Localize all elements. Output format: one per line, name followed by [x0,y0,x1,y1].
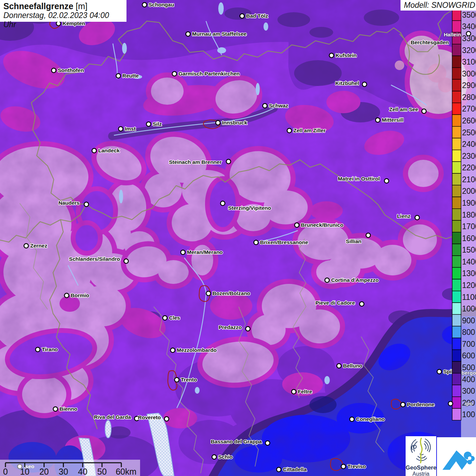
legend-label-2600: 2600 [462,116,476,125]
legend-segment-2800 [452,91,461,103]
city-label: Bienno [60,406,78,412]
city-dot [172,72,177,76]
city-dot [240,14,244,18]
city-label: Sterzing/Vipiteno [228,205,271,211]
legend-label-2500: 2500 [462,128,476,137]
legend-color-scale [452,9,461,420]
legend-segment-2600 [452,115,461,126]
legend-segment-900 [452,314,461,326]
city-label: Zell am Ziller [293,128,326,133]
legend-segment-3400 [452,21,461,33]
city-label: Rovereto [138,414,161,420]
city-reutte: Reutte [116,73,139,79]
map-title-box: Schneefallgrenze [m] Donnerstag, 02.02.2… [0,0,126,22]
scalebar-label: 50 [97,467,107,476]
legend-label-400: 400 [462,375,475,384]
city-cles: Cles [163,315,180,321]
legend-segment-1800 [452,209,461,221]
geosphere-logo-box: GeoSphere Austria [406,436,436,476]
city-bassano-del-grappa: Bassano del Grappa [211,439,270,445]
city-label: Cles [169,315,180,321]
legend-segment-2900 [452,79,461,91]
legend-segment-2700 [452,103,461,115]
legend-segment-2100 [452,173,461,185]
city-label: Schwaz [269,103,288,108]
legend-segment-800 [452,326,461,338]
legend-label-1000: 1000 [462,304,476,313]
city-label: ipo [465,401,473,406]
city-berchtesgaden: Berchtesgaden [411,39,449,45]
city-label: Bassano del Grappa [211,439,262,444]
city-label: Reutte [122,73,139,79]
city-dot [246,327,250,331]
city-dot [325,278,329,283]
city-label: Hallein [444,32,461,37]
city-dot [295,223,299,227]
legend-segment-1700 [452,220,461,232]
legend-value-labels: 3500340033003200310030002900280027002600… [462,11,476,419]
city-label: Kitzbühel [335,80,359,86]
city-dot [147,122,151,126]
map-canvas: SchongauBad TölzKemptenMurnau am Staffel… [0,0,476,476]
city-dot [52,68,56,73]
scalebar-label: 10 [20,467,30,476]
legend-label-100: 100 [462,410,475,419]
city-dot [448,402,453,406]
legend-segment-300 [452,385,461,397]
city-label: Cittadella [283,466,307,472]
mountain-logo-icon [437,437,476,476]
city-label: Pieve di Cadore [316,300,355,306]
legend-label-3100: 3100 [462,57,476,66]
city-dot [206,291,211,296]
city-dot [292,390,296,394]
city-bozen-bolzano: Bozen/Bolzano [206,290,251,296]
legend-label-1100: 1100 [462,293,476,302]
city-dot [415,216,420,220]
legend-label-300: 300 [462,387,475,395]
city-dot [362,82,367,87]
map-title: Schneefallgrenze [m] [3,1,123,11]
map-datetime: Donnerstag, 02.02.2023 04:00 Uhr [3,11,123,29]
city-label: Tirano [42,346,58,352]
city-cortina-d-ampezzo: Cortina d'Ampezzo [325,277,379,283]
legend-segment-1500 [452,244,461,256]
city-dot [165,417,169,421]
legend-label-3500: 3500 [462,11,476,19]
city-bienno: Bienno [53,406,78,412]
legend-segment-3200 [452,44,461,56]
city-dot [181,250,185,255]
legend-segment-400 [452,373,461,385]
city-label: Trento [181,377,197,382]
avalanche-logo-box [437,437,476,476]
city-label: Cortina d'Ampezzo [331,277,379,283]
city-dot [385,179,389,183]
geosphere-logo-text: GeoSphere [406,465,436,471]
city-dot [221,201,225,206]
city-steinach-am-brenner: Steinach am Brenner [169,159,231,165]
city-dot [163,316,167,320]
city-feltre: Feltre [292,389,312,394]
city-murnau-am-staffelsee: Murnau am Staffelsee [186,31,247,37]
city-zernez: Zernez [24,243,48,249]
city-label: Schio [218,454,233,460]
legend-segment-2500 [452,126,461,138]
legend-segment-700 [452,338,461,350]
city-label: Meran/Merano [187,249,223,255]
legend-segment-3100 [452,56,461,68]
city-dot [212,455,217,459]
city-dot [171,348,175,353]
city-dot [437,370,442,374]
city-label: Nauders [58,200,80,206]
city-label: Riva del Garda [94,414,131,420]
scalebar-label: 20 [39,467,49,476]
legend-label-1400: 1400 [462,257,476,266]
city-dot [36,347,40,352]
legend-label-700: 700 [462,340,475,348]
city-label: Schongau [149,2,174,7]
legend-label-1300: 1300 [462,269,476,278]
city-dot [360,302,364,306]
city-label: Mezzolombardo [177,347,217,353]
city-label: Bad Tölz [246,13,268,19]
scalebar-label: 30 [58,467,68,476]
city-label: Brixen/Bressanone [260,239,308,245]
